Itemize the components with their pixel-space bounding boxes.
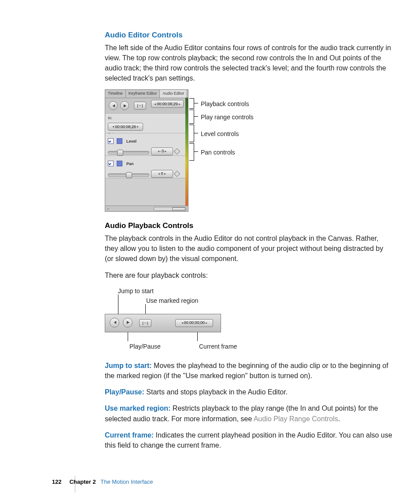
bottom-scrollbar: ⟐ [105, 206, 188, 211]
level-row: Level ◂-3▸ [105, 133, 188, 156]
audio-editor-panel: Timeline Keyframe Editor Audio Editor [↔… [105, 89, 188, 212]
playback-row: [↔] ◂00:00:08;29▸ [105, 98, 188, 114]
paragraph-3: There are four playback controls: [105, 270, 394, 280]
disclosure-icon[interactable]: ⟐ [107, 206, 109, 212]
play-pause-button[interactable] [123, 318, 133, 327]
def-play: Play/Pause: Starts and stops playback in… [105, 387, 394, 397]
paragraph-2: The playback controls in the Audio Edito… [105, 233, 394, 264]
callout-lead [194, 116, 198, 117]
callout-lead [194, 133, 198, 133]
callout-range: Play range controls [201, 113, 254, 121]
callout-bracket [189, 143, 194, 161]
jump-to-start-button[interactable] [109, 101, 118, 110]
label-current: Current frame [199, 342, 237, 351]
tab-audio-editor[interactable]: Audio Editor [160, 90, 187, 98]
level-checkbox[interactable] [108, 138, 114, 144]
play-button[interactable] [120, 101, 129, 110]
panel-tabs: Timeline Keyframe Editor Audio Editor [105, 90, 188, 98]
level-label: Level [126, 139, 136, 143]
chapter-title: The Motion Interface [100, 478, 153, 485]
in-label: In: [108, 115, 146, 121]
timecode-current[interactable]: ◂00:00:08;29▸ [151, 100, 184, 108]
callout-level: Level controls [201, 129, 239, 138]
figure-audio-editor: Timeline Keyframe Editor Audio Editor [↔… [105, 89, 294, 212]
level-value-field[interactable]: ◂-3▸ [151, 147, 173, 155]
text-play: Starts and stops playback in the Audio E… [144, 388, 288, 396]
level-color-chip[interactable] [117, 138, 122, 144]
text-region-b: . [338, 415, 340, 423]
paragraph-1: The left side of the Audio Editor contai… [105, 43, 394, 84]
level-keyframe-icon[interactable] [174, 148, 180, 155]
playback-toolbar: [↔] ◂00:00:00;00▸ [105, 314, 221, 332]
def-jump: Jump to start: Moves the playhead to the… [105, 361, 394, 381]
in-out-row: In: ◂00:00:08;28▸ Out: ◂00:00:12;12▸ [105, 114, 188, 133]
page-footer: 122 Chapter 2 The Motion Interface [52, 478, 153, 486]
def-region: Use marked region: Restricts playback to… [105, 403, 394, 423]
callout-lead [194, 103, 198, 103]
tab-timeline[interactable]: Timeline [105, 90, 126, 98]
pan-color-chip[interactable] [117, 161, 122, 166]
pan-value-field[interactable]: ◂0▸ [151, 170, 173, 178]
pan-value: 0 [161, 171, 163, 177]
use-marked-region-button[interactable]: [↔] [139, 319, 151, 327]
term-region: Use marked region: [105, 405, 170, 412]
scroll-thumb[interactable] [172, 207, 185, 211]
def-current: Current frame: Indicates the current pla… [105, 430, 394, 450]
label-play: Play/Pause [129, 342, 161, 351]
callout-bracket [189, 110, 194, 124]
pan-label: Pan [126, 162, 134, 166]
timecode-value: 00:00:00;00 [184, 320, 205, 326]
label-region: Use marked region [146, 296, 198, 305]
term-play: Play/Pause: [105, 388, 144, 396]
level-meter [185, 98, 188, 206]
pan-checkbox[interactable] [108, 161, 114, 166]
label-jump: Jump to start [118, 287, 154, 295]
term-current: Current frame: [105, 431, 154, 439]
callout-lead [194, 151, 198, 152]
figure-playback-controls: Jump to start Use marked region [↔] ◂00:… [105, 287, 329, 353]
section-heading-2: Audio Playback Controls [105, 221, 394, 232]
link-play-range-controls[interactable]: Audio Play Range Controls [254, 415, 338, 423]
pan-slider[interactable] [108, 173, 149, 177]
timecode-in-value: 00:00:08;28 [115, 124, 136, 130]
level-value: -3 [160, 148, 164, 154]
section-heading-1: Audio Editor Controls [105, 30, 394, 41]
page-number: 122 [52, 478, 62, 486]
timecode-in[interactable]: ◂00:00:08;28▸ [108, 123, 143, 131]
pan-keyframe-icon[interactable] [174, 171, 180, 177]
use-marked-region-button[interactable]: [↔] [134, 102, 146, 110]
timecode-field[interactable]: ◂00:00:00;00▸ [175, 319, 213, 327]
callout-playback: Playback controls [201, 99, 249, 108]
term-jump: Jump to start: [105, 362, 152, 369]
level-slider[interactable] [108, 151, 149, 155]
callout-bracket [189, 98, 194, 109]
timecode-current-value: 00:00:08;29 [157, 101, 178, 107]
chapter-label: Chapter 2 [70, 478, 96, 485]
callout-bracket [189, 125, 194, 142]
pan-row: Pan ◂0▸ [105, 156, 188, 178]
callout-pan: Pan controls [201, 148, 235, 157]
tab-keyframe-editor[interactable]: Keyframe Editor [126, 90, 160, 98]
jump-to-start-button[interactable] [110, 318, 119, 327]
